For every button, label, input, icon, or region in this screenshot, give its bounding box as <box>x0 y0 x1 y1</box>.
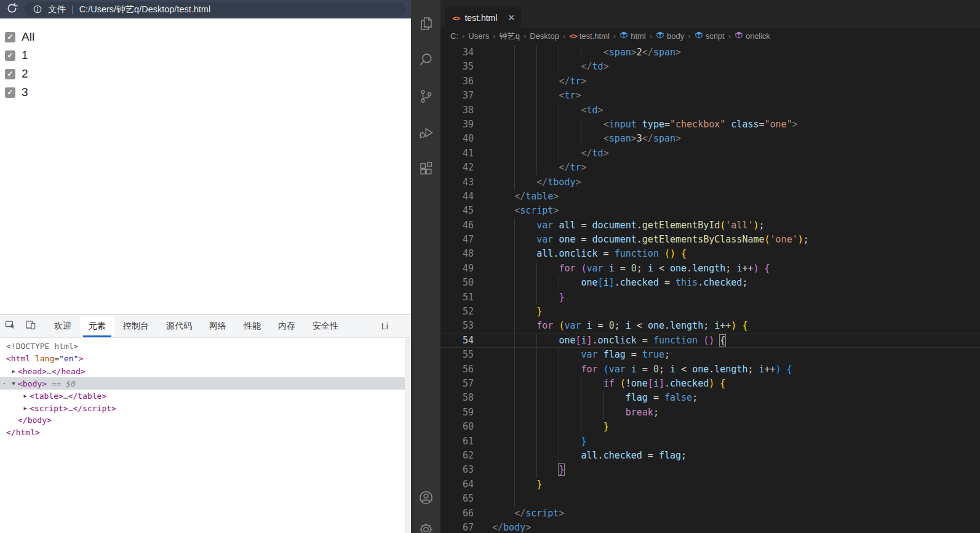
code-line-content <box>492 492 980 506</box>
code-line: 47 var one = document.getElementsByClass… <box>440 233 980 247</box>
code-token: } <box>536 479 542 490</box>
devtools-tab[interactable]: 内存 <box>269 315 304 337</box>
code-token <box>714 378 720 389</box>
code-token: > <box>553 191 559 202</box>
code-token: ; <box>725 263 736 274</box>
code-token: () <box>703 335 714 346</box>
code-line-content: for (var i = 0; i < one.length; i++) { <box>492 262 980 276</box>
devtools-tab[interactable]: 欢迎 <box>46 315 80 337</box>
devtools-tab[interactable]: 源代码 <box>157 315 201 337</box>
dom-tree-row[interactable]: ▶<script>…</script> <box>0 402 411 414</box>
breadcrumb-item[interactable]: onclick <box>735 31 770 41</box>
devtools-tab[interactable]: 控制台 <box>114 315 157 337</box>
code-token: </ <box>559 76 570 87</box>
line-number: 59 <box>440 406 474 420</box>
devtools-scrollbar[interactable] <box>405 338 411 533</box>
dom-tree-row[interactable]: ▶<table>…</table> <box>0 390 411 402</box>
code-token: < <box>604 133 609 144</box>
dom-tree-row[interactable]: ▶<head>…</head> <box>0 365 411 377</box>
tab-test-html[interactable]: <> test.html × <box>445 7 521 28</box>
devtools-tab[interactable]: Li <box>373 315 397 337</box>
devtools-tab[interactable]: 网络 <box>201 315 235 337</box>
chevron-down-icon[interactable]: ▼ <box>9 377 18 390</box>
breadcrumb-item[interactable]: script <box>695 31 725 41</box>
code-token <box>492 76 559 87</box>
checkbox-row: ✓1 <box>5 46 411 65</box>
info-icon[interactable] <box>33 4 42 14</box>
files-icon[interactable] <box>411 6 440 42</box>
inspect-element-button[interactable] <box>0 315 20 337</box>
breadcrumb-item[interactable]: html <box>619 31 646 41</box>
reload-button[interactable] <box>5 2 18 16</box>
indent-guide <box>514 305 515 319</box>
code-line-content: break; <box>492 406 980 420</box>
search-icon[interactable] <box>411 42 440 78</box>
code-token: > <box>553 205 559 216</box>
line-number: 65 <box>440 492 474 506</box>
dom-node-text: … <box>47 367 52 376</box>
checkbox[interactable]: ✓ <box>5 32 15 42</box>
breadcrumb-item[interactable]: <>test.html <box>569 31 610 41</box>
code-token <box>492 335 559 346</box>
code-token: "one" <box>765 119 792 130</box>
dom-tree-row[interactable]: ·▼<body> == $0 <box>0 377 411 390</box>
breadcrumb-item[interactable]: body <box>656 31 684 41</box>
code-token <box>725 119 731 130</box>
code-token <box>714 335 720 346</box>
dom-tree-row[interactable]: <!DOCTYPE html> <box>0 340 411 353</box>
line-number: 56 <box>440 363 474 377</box>
breadcrumb-item[interactable]: Desktop <box>530 31 559 41</box>
breadcrumb-item[interactable]: 钟艺q <box>500 31 520 42</box>
code-line: 35 </td> <box>440 60 980 74</box>
source-control-icon[interactable] <box>411 78 440 114</box>
code-token: { <box>742 320 747 331</box>
indent-guide <box>559 146 559 161</box>
chevron-right-icon[interactable]: ▶ <box>21 390 30 402</box>
code-token: tr <box>564 90 575 101</box>
breadcrumb-item[interactable]: Users <box>468 31 489 41</box>
code-token: ++ <box>720 320 731 331</box>
devtools-panel: 欢迎元素控制台源代码网络性能内存安全性Li <!DOCTYPE html><ht… <box>0 315 411 533</box>
devtools-tab[interactable]: 安全性 <box>304 315 347 337</box>
checkbox-row: ✓2 <box>5 65 411 83</box>
symbol-cube-icon-blue <box>695 31 703 41</box>
run-debug-icon[interactable] <box>411 114 440 151</box>
code-line-content: </tr> <box>492 74 980 89</box>
indent-guide <box>514 348 515 362</box>
account-icon[interactable] <box>411 481 440 513</box>
checkbox[interactable]: ✓ <box>5 50 15 61</box>
code-token: table <box>525 191 553 202</box>
breadcrumb-label: onclick <box>746 31 770 41</box>
code-token: { <box>765 263 770 274</box>
chevron-right-icon[interactable]: ▶ <box>21 402 30 414</box>
code-token: var <box>564 320 581 331</box>
code-token: ) <box>776 364 781 375</box>
code-token: > <box>581 76 587 87</box>
address-bar[interactable]: 文件 | C:/Users/钟艺q/Desktop/test.html <box>25 2 406 17</box>
indent-guide <box>559 449 559 463</box>
checkbox[interactable]: ✓ <box>5 87 15 98</box>
settings-gear-icon[interactable] <box>411 513 440 533</box>
close-icon[interactable]: × <box>508 12 514 23</box>
chevron-right-icon[interactable]: ▶ <box>9 365 18 377</box>
dom-tree-row[interactable]: </html> <box>0 427 411 439</box>
checkbox-label: 1 <box>22 49 28 62</box>
extensions-icon[interactable] <box>411 151 440 187</box>
code-editor[interactable]: 34 <span>2</span>35 </td>36 </tr>37 <tr>… <box>440 44 980 533</box>
code-line: 42 </tr> <box>440 161 980 175</box>
code-line: 53 for (var i = 0; i < one.length; i++) … <box>440 319 980 333</box>
indent-guide <box>559 420 559 434</box>
code-token <box>492 493 514 504</box>
device-toolbar-button[interactable] <box>20 315 41 337</box>
breadcrumb-label: test.html <box>580 31 610 41</box>
breadcrumb-item[interactable]: C: <box>450 31 458 41</box>
indent-guide <box>559 377 559 391</box>
code-token <box>492 508 514 519</box>
devtools-tab[interactable]: 元素 <box>80 315 114 337</box>
dom-tree-row[interactable]: </body> <box>0 414 411 427</box>
checkbox[interactable]: ✓ <box>5 69 15 79</box>
code-token: . <box>598 450 604 461</box>
devtools-tab[interactable]: 性能 <box>235 315 269 337</box>
dom-tree-row[interactable]: <html lang="en"> <box>0 353 411 365</box>
code-token: for <box>559 263 575 274</box>
